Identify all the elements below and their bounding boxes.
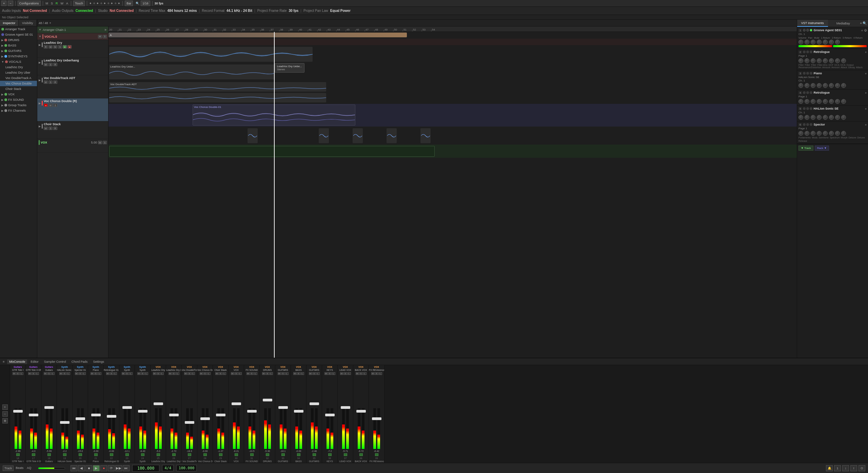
vst-knob-3-8[interactable] [841,83,846,88]
ch-m-1[interactable]: M [28,372,32,375]
vst-inst-edit-2[interactable]: e [865,51,867,54]
ch-s-19[interactable]: S [313,372,316,375]
ch-s-13[interactable]: S [219,372,222,375]
ch-m-15[interactable]: M [246,372,250,375]
vst-search-btn[interactable]: 🔍 [863,21,867,25]
transport-position-display[interactable]: 100.000 [132,465,159,472]
ch-bottom-btn-0[interactable] [16,453,20,456]
ch-l-18[interactable]: L [301,372,304,375]
ch-m-4[interactable]: M [75,372,78,375]
vst-led-3c[interactable] [810,72,812,75]
vox-s-btn[interactable]: S [103,141,107,144]
ch-fader-5[interactable] [91,414,101,416]
vst-led-3a[interactable] [803,72,806,75]
inspector-track-groove[interactable]: Groove Agent SE 01 [0,32,37,37]
expand-fxchannels[interactable]: ▶ [1,109,3,112]
ch-m-21[interactable]: M [340,372,343,375]
inspector-track-vocals[interactable]: ▼ VOCALS [0,59,37,64]
mode-s[interactable]: S [50,2,54,5]
vst-led-6a[interactable] [803,123,806,126]
ch-fader-11[interactable] [185,421,194,424]
leadvoc-uber-m-btn[interactable]: M [44,63,48,66]
vst-knob-6-6[interactable] [829,131,834,136]
vocchorus-m-btn[interactable]: M [48,103,53,107]
ch-bottom-btn-3[interactable] [63,453,66,456]
vst-knob-6-3[interactable] [811,131,815,136]
vst-led-1b[interactable] [806,29,809,32]
vst-led-4a[interactable] [803,91,806,94]
vst-led-4c[interactable] [810,91,812,94]
vst-knob-6-4[interactable] [817,131,822,136]
ch-m-5[interactable]: M [91,372,94,375]
vst-knob-2-4[interactable] [817,58,822,63]
ch-bottom-btn-12[interactable] [203,453,207,456]
ch-s-10[interactable]: S [172,372,176,375]
ch-bottom-btn-18[interactable] [297,453,300,456]
snap-btn[interactable]: 1/16 [141,1,150,6]
vst-knob-6-1[interactable] [798,131,803,136]
ch-bottom-btn-13[interactable] [219,453,222,456]
vst-knob-5-4[interactable] [817,115,822,120]
expand-vox[interactable]: ▶ [1,93,3,96]
expand-grouptracks[interactable]: ▶ [1,104,3,107]
ch-bottom-btn-14[interactable] [235,453,238,456]
ch-bottom-btn-6[interactable] [110,453,113,456]
ch-s-11[interactable]: S [188,372,191,375]
ch-s-0[interactable]: S [16,372,20,375]
inspector-tab[interactable]: Inspector [0,20,19,26]
ch-bottom-btn-15[interactable] [250,453,254,456]
ch-l-23[interactable]: L [379,372,382,375]
ch-bottom-btn-22[interactable] [359,453,363,456]
vst-knob-volume-1[interactable] [798,40,803,44]
ch-s-7[interactable]: S [125,372,129,375]
ch-l-17[interactable]: L [285,372,289,375]
ch-s-22[interactable]: S [359,372,363,375]
ch-l-16[interactable]: L [270,372,273,375]
inspector-track-guitars[interactable]: ▶ GUITARS [0,48,37,54]
ch-l-7[interactable]: L [129,372,133,375]
ch-bottom-btn-21[interactable] [344,453,347,456]
tempo-display[interactable]: 100.000 [176,465,197,471]
expand-bass[interactable]: ▶ [1,44,3,47]
leadvoc-expand[interactable]: ▶ [39,43,41,46]
vst-knob-5-1[interactable] [798,115,803,120]
vst-inst-edit-5[interactable]: e [865,107,867,110]
ch-m-10[interactable]: M [169,372,172,375]
ch-l-15[interactable]: L [254,372,257,375]
inspector-track-choirstack[interactable]: Choir Stack [0,86,37,92]
ch-s-14[interactable]: S [235,372,238,375]
ch-bottom-btn-2[interactable] [47,453,51,456]
vocdouble-expand[interactable]: ▶ [39,79,41,82]
punch-out-btn[interactable]: O [859,465,865,471]
vst-knob-2-3[interactable] [811,58,815,63]
ch-s-17[interactable]: S [281,372,285,375]
vst-knob-2-2[interactable] [805,58,809,63]
ch-l-8[interactable]: L [145,372,148,375]
inspector-track-vocchorus[interactable]: Voc Chorus Double [0,81,37,86]
mixer-sidebar-btn-1[interactable]: + [2,404,8,410]
ch-fader-4[interactable] [76,417,85,420]
ch-s-21[interactable]: S [344,372,347,375]
ch-bottom-btn-5[interactable] [94,453,98,456]
ch-m-22[interactable]: M [356,372,359,375]
inspector-track-synth[interactable]: ▶ SYNTH/KEYS [0,54,37,59]
vocals-mute-btn[interactable]: M [98,35,102,38]
vst-knob-3-4[interactable] [817,83,822,88]
vst-led-5b[interactable] [806,107,809,110]
ch-s-16[interactable]: S [266,372,269,375]
ch-m-11[interactable]: M [184,372,188,375]
mixconsole-tab[interactable]: MixConsole [7,359,27,364]
vst-knob-2-5[interactable] [823,58,828,63]
ch-fader-7[interactable] [122,406,132,409]
vst-knob-3-3[interactable] [811,83,815,88]
ch-s-20[interactable]: S [328,372,332,375]
ch-l-5[interactable]: L [98,372,101,375]
ch-s-15[interactable]: S [250,372,254,375]
leadvoc-monitor-btn[interactable]: ♦ [63,45,67,49]
studio-value[interactable]: Not Connected [110,9,134,13]
ch-m-8[interactable]: M [137,372,141,375]
vst-knob-3-2[interactable] [805,83,809,88]
vst-led-2c[interactable] [810,51,812,53]
ch-fader-9[interactable] [154,402,163,405]
ch-fader-15[interactable] [247,410,257,413]
